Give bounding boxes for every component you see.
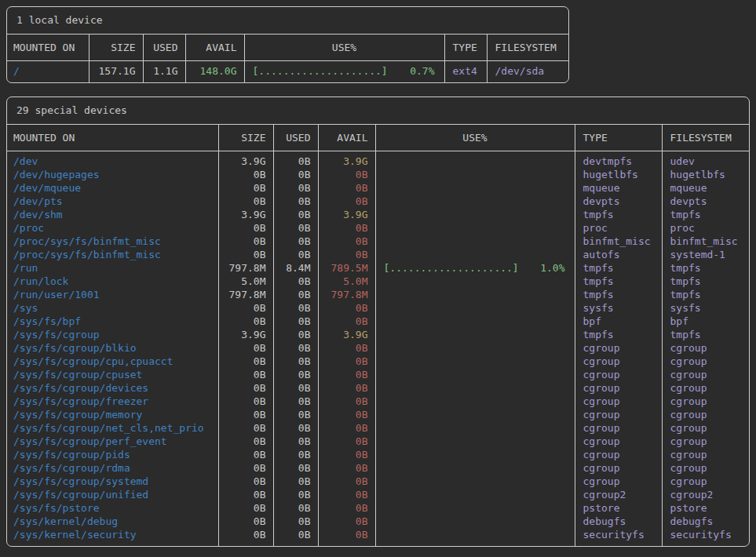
type-cell: cgroup [575,435,662,448]
local-table-body: /157.1G1.1G148.0G[....................]0… [7,61,569,83]
usage-cell [375,408,575,421]
fs-row: /dev/mqueue0B0B0Bmqueuemqueue [7,181,750,195]
size-cell: 0B [218,381,273,395]
header-avail: AVAIL [185,35,244,61]
fs-row: /sys/fs/cgroup/pids0B0B0Bcgroupcgroup [7,448,750,461]
mount-point-cell: /sys/fs/bpf [7,315,218,328]
avail-cell: 0B [318,248,375,261]
fs-row: /dev3.9G0B3.9Gdevtmpfsudev [7,151,750,169]
size-cell: 0B [218,368,273,381]
type-cell: binfmt_misc [575,235,662,248]
local-devices-table: 1 local device MOUNTED ON SIZE USED AVAI… [6,6,569,83]
filesystem-cell: cgroup [662,408,750,421]
mount-point-cell: /sys/fs/cgroup [7,328,218,341]
mount-point-cell: /sys/fs/cgroup/cpuset [7,368,218,381]
size-cell: 0B [218,501,273,515]
filesystem-cell: cgroup [662,435,750,448]
mount-point-cell: /sys/fs/cgroup/cpu,cpuacct [7,355,218,368]
usage-cell: [....................]0.7% [244,61,444,83]
used-cell: 0B [273,368,318,381]
avail-cell: 5.0M [318,275,375,288]
fs-row: /sys/fs/cgroup/rdma0B0B0Bcgroupcgroup [7,461,750,475]
mount-point-cell: /proc/sys/fs/binfmt_misc [7,248,218,261]
filesystem-cell: cgroup [662,368,750,381]
avail-cell: 0B [318,195,375,208]
usage-bar: [....................] [384,261,519,275]
filesystem-cell: binfmt_misc [662,235,750,248]
header-used: USED [273,125,318,151]
avail-cell: 0B [318,235,375,248]
special-devices-table: 29 special devices MOUNTED ON SIZE USED … [6,96,750,547]
local-header-row: MOUNTED ON SIZE USED AVAIL USE% TYPE FIL… [7,35,569,61]
avail-cell: 0B [318,395,375,408]
used-cell: 0B [273,151,318,169]
avail-cell: 0B [318,368,375,381]
used-cell: 0B [273,275,318,288]
header-filesystem: FILESYSTEM [487,35,569,61]
local-table-title: 1 local device [7,7,568,35]
fs-row: /sys/fs/cgroup/perf_event0B0B0Bcgroupcgr… [7,435,750,448]
filesystem-cell: devpts [662,195,750,208]
size-cell: 3.9G [218,151,273,169]
filesystem-cell: debugfs [662,515,750,528]
type-cell: proc [575,221,662,235]
avail-cell: 0B [318,381,375,395]
usage-cell [375,288,575,301]
usage-cell [375,461,575,475]
size-cell: 0B [218,315,273,328]
used-cell: 0B [273,315,318,328]
used-cell: 0B [273,408,318,421]
mount-point-cell: /sys [7,301,218,315]
fs-row: /sys/fs/cgroup/net_cls,net_prio0B0B0Bcgr… [7,421,750,435]
avail-cell: 0B [318,221,375,235]
avail-cell: 0B [318,421,375,435]
type-cell: securityfs [575,528,662,546]
avail-cell: 3.9G [318,151,375,169]
filesystem-cell: tmpfs [662,208,750,221]
type-cell: debugfs [575,515,662,528]
mount-point-cell: /sys/kernel/security [7,528,218,546]
mount-point-cell: /sys/fs/cgroup/memory [7,408,218,421]
local-table-grid: MOUNTED ON SIZE USED AVAIL USE% TYPE FIL… [7,35,569,82]
filesystem-cell: systemd-1 [662,248,750,261]
type-cell: cgroup [575,341,662,355]
size-cell: 0B [218,421,273,435]
filesystem-cell: cgroup [662,448,750,461]
filesystem-cell: tmpfs [662,288,750,301]
usage-cell [375,221,575,235]
mount-point-cell: /dev/shm [7,208,218,221]
mount-point-cell: /run [7,261,218,275]
mount-point-cell: / [7,61,89,83]
size-cell: 0B [218,248,273,261]
used-cell: 0B [273,488,318,501]
filesystem-cell: pstore [662,501,750,515]
usage-bar: [....................] [253,64,388,78]
usage-cell [375,151,575,169]
type-cell: tmpfs [575,261,662,275]
fs-row: /sys/fs/cgroup/systemd0B0B0Bcgroupcgroup [7,475,750,488]
size-cell: 0B [218,475,273,488]
avail-cell: 0B [318,515,375,528]
filesystem-cell: /dev/sda [487,61,569,83]
header-mounted-on: MOUNTED ON [7,125,218,151]
filesystem-cell: tmpfs [662,275,750,288]
filesystem-cell: cgroup [662,355,750,368]
fs-row: /proc0B0B0Bprocproc [7,221,750,235]
fs-row: /157.1G1.1G148.0G[....................]0… [7,61,569,83]
header-size: SIZE [89,35,143,61]
used-cell: 1.1G [143,61,185,83]
avail-cell: 0B [318,168,375,181]
avail-cell: 0B [318,355,375,368]
filesystem-cell: hugetlbfs [662,168,750,181]
fs-row: /sys/fs/cgroup/devices0B0B0Bcgroupcgroup [7,381,750,395]
avail-cell: 0B [318,315,375,328]
header-use-percent: USE% [375,125,575,151]
avail-cell: 0B [318,448,375,461]
used-cell: 0B [273,475,318,488]
used-cell: 0B [273,181,318,195]
size-cell: 3.9G [218,208,273,221]
size-cell: 0B [218,195,273,208]
header-type: TYPE [575,125,662,151]
fs-row: /sys/fs/pstore0B0B0Bpstorepstore [7,501,750,515]
type-cell: autofs [575,248,662,261]
